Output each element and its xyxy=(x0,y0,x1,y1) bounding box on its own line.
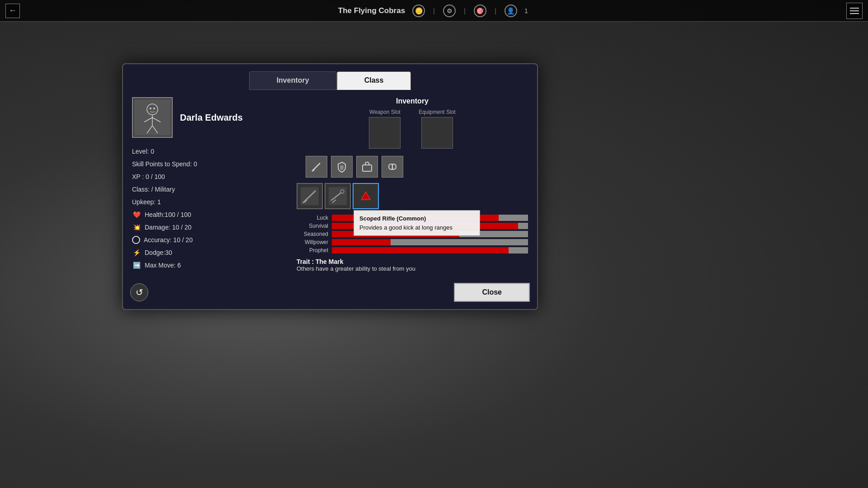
portrait-svg xyxy=(134,99,170,136)
damage-row: 💥 Damage: 10 / 20 xyxy=(132,221,286,234)
prophet-label: Prophet xyxy=(297,247,328,253)
action-icon-bag[interactable] xyxy=(356,156,378,178)
willpower-track xyxy=(332,239,528,245)
item-thumb-2[interactable] xyxy=(325,183,351,209)
svg-line-9 xyxy=(312,163,320,171)
trait-title: Trait : The Mark xyxy=(297,258,528,265)
maxmove-label: Max Move: 6 xyxy=(145,259,181,272)
seasoned-label: Seasoned xyxy=(297,231,328,237)
maxmove-icon: ➡️ xyxy=(132,261,141,270)
dialog-footer: ↺ Close xyxy=(123,279,537,309)
willpower-fill xyxy=(332,239,391,245)
class-row: Class: / Military xyxy=(132,183,286,196)
svg-rect-11 xyxy=(363,165,372,171)
equipment-slot-label: Equipment Slot xyxy=(419,109,455,115)
tab-class[interactable]: Class xyxy=(337,71,411,90)
dodge-icon: ⚡ xyxy=(132,248,141,257)
item-thumb-3[interactable]: Scoped Rifle (Common) Provides a good ki… xyxy=(353,183,379,209)
inventory-panel: Inventory Weapon Slot Equipment Slot xyxy=(297,97,528,272)
top-bar-center: The Flying Cobras 🪙 | ⚙ | 🎯 | 👤 1 xyxy=(338,5,528,17)
tab-inventory[interactable]: Inventory xyxy=(249,71,337,90)
accuracy-row: Accuracy: 10 / 20 xyxy=(132,234,286,246)
damage-icon: 💥 xyxy=(132,223,141,232)
health-label: Health:100 / 100 xyxy=(145,208,191,221)
health-row: ❤️ Health:100 / 100 xyxy=(132,208,286,221)
tab-bar: Inventory Class xyxy=(123,64,537,90)
back-button[interactable]: ↺ xyxy=(130,283,148,301)
inventory-title: Inventory xyxy=(297,97,528,105)
trait-section: Trait : The Mark Others have a greater a… xyxy=(297,258,528,272)
back-button-top[interactable]: ← xyxy=(5,4,20,18)
tooltip-title: Scoped Rifle (Common) xyxy=(359,214,474,223)
dodge-label: Dodge:30 xyxy=(145,246,172,259)
upkeep-label: Upkeep: 1 xyxy=(132,196,161,208)
top-bar: ← The Flying Cobras 🪙 | ⚙ | 🎯 | 👤 1 xyxy=(0,0,868,22)
accuracy-icon xyxy=(132,236,140,244)
tooltip-desc: Provides a good kick at long ranges xyxy=(359,223,474,232)
xp-row: XP : 0 / 100 xyxy=(132,170,286,183)
weapon-slot-label: Weapon Slot xyxy=(369,109,401,115)
trait-desc: Others have a greater ability to steal f… xyxy=(297,265,528,272)
damage-label: Damage: 10 / 20 xyxy=(145,221,192,234)
survival-label: Survival xyxy=(297,223,328,229)
character-panel: Darla Edwards Level: 0 Skill Points to S… xyxy=(132,97,286,272)
skillpoints-label: Skill Points to Spend: 0 xyxy=(132,158,197,170)
accuracy-label: Accuracy: 10 / 20 xyxy=(144,234,193,246)
equipment-slot-group: Equipment Slot xyxy=(419,109,455,149)
gold-icon: 🪙 xyxy=(412,5,425,17)
svg-point-7 xyxy=(150,108,151,109)
char-header: Darla Edwards xyxy=(132,97,286,138)
upkeep-row: Upkeep: 1 xyxy=(132,196,286,208)
user-icon[interactable]: 👤 xyxy=(505,5,517,17)
action-icon-sword[interactable] xyxy=(306,156,327,178)
svg-rect-15 xyxy=(329,187,347,205)
dodge-row: ⚡ Dodge:30 xyxy=(132,246,286,259)
action-icon-armor[interactable] xyxy=(331,156,353,178)
action-icons-row xyxy=(297,156,528,178)
prophet-track xyxy=(332,247,528,253)
dialog-body: Darla Edwards Level: 0 Skill Points to S… xyxy=(123,90,537,279)
char-name: Darla Edwards xyxy=(180,113,243,123)
xp-label: XP : 0 / 100 xyxy=(132,170,165,183)
item-thumb-1[interactable] xyxy=(297,183,323,209)
class-label: Class: / Military xyxy=(132,183,175,196)
item-tooltip: Scoped Rifle (Common) Provides a good ki… xyxy=(354,210,480,236)
prophet-fill xyxy=(332,247,509,253)
user-count: 1 xyxy=(524,7,528,14)
menu-button[interactable] xyxy=(846,3,863,19)
equipment-slots: Weapon Slot Equipment Slot xyxy=(297,109,528,149)
level-row: Level: 0 xyxy=(132,145,286,158)
action-icon-infinity[interactable] xyxy=(382,156,403,178)
target-icon[interactable]: 🎯 xyxy=(474,5,486,17)
health-icon: ❤️ xyxy=(132,210,141,219)
svg-point-8 xyxy=(153,108,155,109)
settings-icon[interactable]: ⚙ xyxy=(443,5,456,17)
weapon-slot[interactable] xyxy=(369,117,401,149)
stat-bar-prophet: Prophet xyxy=(297,247,528,253)
close-button[interactable]: Close xyxy=(454,283,530,302)
item-thumbnails: Scoped Rifle (Common) Provides a good ki… xyxy=(297,183,528,209)
equipment-slot[interactable] xyxy=(421,117,453,149)
game-title: The Flying Cobras xyxy=(338,6,405,15)
weapon-slot-group: Weapon Slot xyxy=(369,109,401,149)
skillpoints-row: Skill Points to Spend: 0 xyxy=(132,158,286,170)
luck-label: Luck xyxy=(297,215,328,221)
level-label: Level: 0 xyxy=(132,145,154,158)
willpower-label: Willpower xyxy=(297,239,328,245)
maxmove-row: ➡️ Max Move: 6 xyxy=(132,259,286,272)
stat-bar-willpower: Willpower xyxy=(297,239,528,245)
character-dialog: Inventory Class xyxy=(122,63,538,310)
char-portrait xyxy=(132,97,173,138)
char-stats: Level: 0 Skill Points to Spend: 0 XP : 0… xyxy=(132,145,286,272)
